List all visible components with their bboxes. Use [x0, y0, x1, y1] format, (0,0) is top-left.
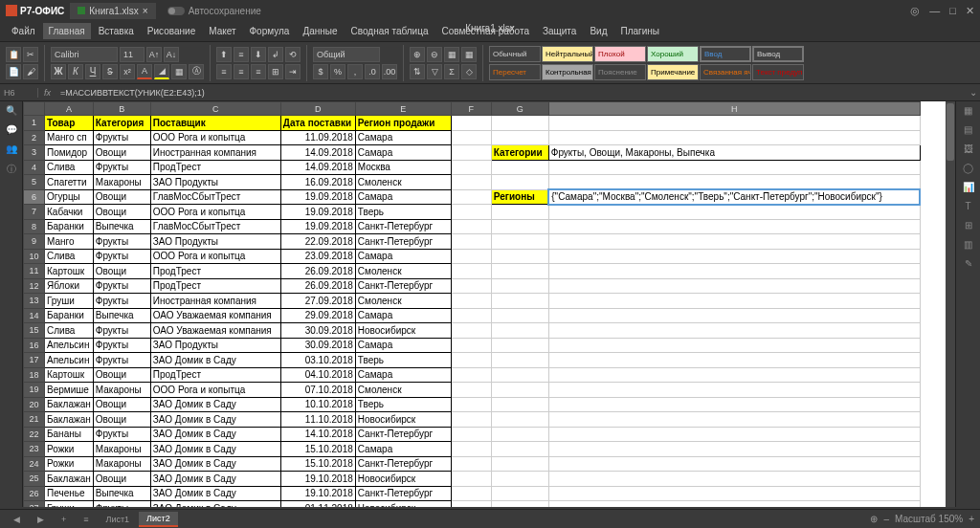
cell[interactable]	[451, 427, 491, 442]
menu-data[interactable]: Данные	[297, 23, 343, 39]
currency-icon[interactable]: $	[313, 64, 328, 79]
cell[interactable]	[548, 353, 920, 368]
menu-formula[interactable]: Формула	[244, 23, 296, 39]
cell[interactable]: Санкт-Петербург	[355, 234, 451, 250]
cell[interactable]	[548, 294, 920, 309]
cell[interactable]: Регион продажи	[355, 116, 451, 131]
minimize-button[interactable]: —	[929, 5, 940, 17]
cell[interactable]: Рожки	[45, 442, 94, 457]
cell[interactable]: Слива	[45, 160, 94, 175]
cell[interactable]	[491, 383, 548, 398]
cell[interactable]: Овощи	[93, 189, 150, 205]
cell[interactable]	[491, 442, 548, 457]
row-8[interactable]: 8	[24, 219, 45, 234]
cell[interactable]: ООО Рога и копытца	[150, 383, 280, 398]
cell[interactable]: Груши	[45, 501, 94, 508]
cell-settings-icon[interactable]: ▦	[962, 105, 975, 119]
cell[interactable]	[451, 323, 491, 339]
cell[interactable]	[548, 383, 920, 398]
zoom-out-button[interactable]: –	[883, 514, 889, 524]
cell[interactable]	[451, 456, 491, 472]
style-4[interactable]: Ввод	[700, 46, 751, 62]
cell[interactable]: ЗАО Домик в Саду	[150, 353, 280, 368]
align-right-icon[interactable]: ≡	[251, 64, 266, 79]
row-20[interactable]: 20	[24, 397, 45, 412]
cell[interactable]: 07.10.2018	[280, 383, 355, 398]
cell[interactable]: Овощи	[93, 412, 150, 428]
cell[interactable]: Выпечка	[93, 308, 150, 323]
cell[interactable]: Регионы	[491, 189, 548, 205]
cell[interactable]: Макароны	[93, 175, 150, 190]
cell[interactable]	[451, 189, 491, 205]
maximize-button[interactable]: □	[949, 5, 956, 17]
cell[interactable]	[491, 264, 548, 279]
close-button[interactable]: ✕	[966, 5, 974, 17]
pivot-settings-icon[interactable]: ⊞	[962, 220, 975, 233]
cell[interactable]: Огурцы	[45, 189, 94, 205]
cell[interactable]: Поставщик	[150, 116, 280, 131]
fill-color-icon[interactable]: ◢	[154, 64, 169, 79]
cell[interactable]	[491, 278, 548, 294]
cell[interactable]: Смоленск	[355, 175, 451, 190]
cell[interactable]: ЗАО Домик в Саду	[150, 472, 280, 487]
cell[interactable]	[451, 205, 491, 220]
cell[interactable]	[491, 367, 548, 383]
row-25[interactable]: 25	[24, 472, 45, 487]
cell[interactable]: Тверь	[355, 397, 451, 412]
cell[interactable]	[491, 486, 548, 501]
cell[interactable]: Фрукты	[93, 160, 150, 175]
cell[interactable]: Рожки	[45, 456, 94, 472]
cell[interactable]	[548, 205, 920, 220]
menu-home[interactable]: Главная	[43, 23, 91, 39]
cell[interactable]: Выпечка	[93, 486, 150, 501]
cell[interactable]: Овощи	[93, 145, 150, 161]
grow-font-icon[interactable]: A↑	[146, 47, 162, 62]
cell[interactable]: Новосибирск	[355, 501, 451, 508]
row-12[interactable]: 12	[24, 278, 45, 294]
cell[interactable]: Выпечка	[93, 219, 150, 234]
cell[interactable]: ПродТрест	[150, 367, 280, 383]
font-size[interactable]: 11	[120, 47, 145, 62]
cell[interactable]: 19.09.2018	[280, 189, 355, 205]
cell[interactable]	[491, 456, 548, 472]
cell[interactable]: Новосибирск	[355, 472, 451, 487]
style2-3[interactable]: Примечание	[647, 64, 699, 80]
chart-settings-icon[interactable]: 📊	[962, 182, 975, 195]
menu-insert[interactable]: Вставка	[93, 23, 140, 39]
vertical-scrollbar[interactable]	[946, 101, 955, 507]
cell[interactable]: ЗАО Домик в Саду	[150, 501, 280, 508]
style2-2[interactable]: Пояснение	[594, 64, 646, 80]
nav-left-icon[interactable]: ◀	[6, 513, 28, 526]
cell[interactable]	[491, 205, 548, 220]
cell[interactable]: ГлавМосСбытТрест	[150, 189, 280, 205]
cell[interactable]	[451, 160, 491, 175]
search-icon[interactable]: 🔍	[5, 105, 18, 119]
inc-dec-icon[interactable]: .0	[365, 64, 380, 79]
menu-draw[interactable]: Рисование	[142, 23, 201, 39]
cell[interactable]	[548, 249, 920, 264]
menu-plugins[interactable]: Плагины	[615, 23, 666, 39]
cell[interactable]	[451, 501, 491, 508]
col-A[interactable]: A	[45, 102, 94, 116]
copy-icon[interactable]: 📋	[6, 47, 21, 62]
cell[interactable]: Фрукты, Овощи, Макароны, Выпечка	[548, 145, 920, 161]
cell[interactable]: Иностранная компания	[150, 294, 280, 309]
chat-icon[interactable]: 👥	[5, 143, 18, 157]
row-23[interactable]: 23	[24, 442, 45, 457]
row-19[interactable]: 19	[24, 383, 45, 398]
wrap-icon[interactable]: ↲	[268, 47, 283, 62]
cell[interactable]: Фрукты	[93, 501, 150, 508]
cell[interactable]: Самара	[355, 130, 451, 145]
zoom-in-button[interactable]: +	[969, 514, 974, 524]
cell[interactable]	[491, 323, 548, 339]
cell[interactable]	[548, 486, 920, 501]
col-D[interactable]: D	[280, 102, 355, 116]
cell[interactable]	[548, 367, 920, 383]
shrink-font-icon[interactable]: A↓	[164, 47, 179, 62]
cell[interactable]	[451, 472, 491, 487]
cell[interactable]	[451, 367, 491, 383]
menu-protect[interactable]: Защита	[537, 23, 582, 39]
cell[interactable]	[548, 219, 920, 234]
row-2[interactable]: 2	[24, 130, 45, 145]
row-24[interactable]: 24	[24, 456, 45, 472]
